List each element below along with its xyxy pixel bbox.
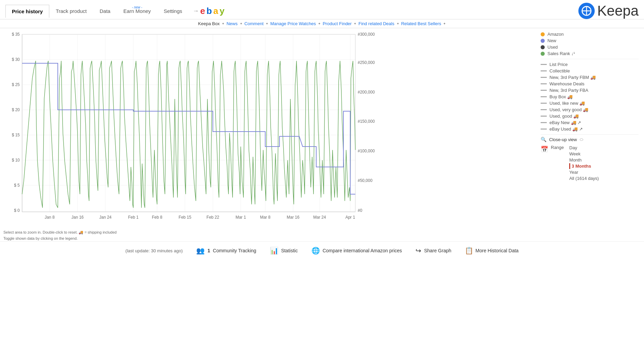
ebay-label: e bbox=[200, 6, 205, 16]
svg-text:Feb 22: Feb 22 bbox=[206, 215, 219, 220]
tab-price-history[interactable]: Price history bbox=[5, 5, 49, 18]
svg-text:Jan 8: Jan 8 bbox=[45, 215, 55, 220]
chart-hints: Select area to zoom in. Double-click to … bbox=[0, 228, 535, 241]
statistic-button[interactable]: 📊 Statistic bbox=[270, 247, 298, 255]
legend-used-very-good[interactable]: Used, very good 🚚 bbox=[541, 106, 639, 113]
calendar-icon: 📅 bbox=[541, 146, 548, 153]
svg-text:Mar 24: Mar 24 bbox=[313, 215, 326, 220]
new-3p-fba-line bbox=[541, 90, 547, 91]
svg-text:#150,000: #150,000 bbox=[358, 119, 375, 124]
buy-box-line bbox=[541, 96, 547, 97]
list-price-line bbox=[541, 64, 547, 65]
share-graph-button[interactable]: ↪ Share Graph bbox=[416, 247, 451, 255]
community-tracking[interactable]: 👥 1 Community Tracking bbox=[196, 247, 256, 255]
range-all[interactable]: All (1614 days) bbox=[569, 175, 599, 181]
historical-icon: 📋 bbox=[465, 247, 473, 255]
legend-buy-box[interactable]: Buy Box 🚚 bbox=[541, 94, 639, 100]
svg-text:#300,000: #300,000 bbox=[358, 32, 375, 37]
compare-prices-button[interactable]: 🌐 Compare international Amazon prices bbox=[311, 247, 402, 255]
new-badge: - new - bbox=[132, 5, 142, 9]
logo: Keepa bbox=[578, 3, 639, 19]
legend-used-label: Used bbox=[547, 45, 558, 50]
legend-amazon-label: Amazon bbox=[547, 32, 564, 37]
tab-earn-money[interactable]: - new - Earn Money bbox=[117, 4, 157, 18]
legend-list-price[interactable]: List Price bbox=[541, 61, 639, 68]
legend-used-like-new[interactable]: Used, like new 🚚 bbox=[541, 100, 639, 106]
range-month[interactable]: Month bbox=[569, 157, 599, 163]
ebay-used-line bbox=[541, 129, 547, 130]
nav-tabs: Price history Track product Data - new -… bbox=[5, 4, 224, 18]
legend-used-good-label: Used, good 🚚 bbox=[549, 114, 579, 119]
tab-data[interactable]: Data bbox=[93, 4, 117, 18]
keepa-logo-svg bbox=[581, 6, 592, 16]
legend-ebay-new[interactable]: eBay New 🚚 ↗ bbox=[541, 119, 639, 126]
legend-used-good[interactable]: Used, good 🚚 bbox=[541, 113, 639, 119]
legend-new[interactable]: New bbox=[541, 37, 639, 44]
legend-new-3p-fbm[interactable]: New, 3rd Party FBM 🚚 bbox=[541, 74, 639, 81]
svg-text:#0: #0 bbox=[358, 208, 362, 213]
range-year[interactable]: Year bbox=[569, 169, 599, 175]
collectible-line bbox=[541, 70, 547, 71]
search-icon: 🔍 bbox=[541, 137, 546, 142]
globe-icon: 🌐 bbox=[311, 247, 320, 255]
ebay-link[interactable]: → ebay bbox=[193, 6, 224, 16]
subnav-keepabox: Keepa Box bbox=[198, 21, 220, 26]
svg-text:Feb 15: Feb 15 bbox=[179, 215, 191, 220]
subnav-comment[interactable]: Comment bbox=[244, 21, 264, 26]
closeup-label[interactable]: Close-up view bbox=[549, 137, 577, 142]
range-week[interactable]: Week bbox=[569, 151, 599, 157]
subnav-manage-price-watches[interactable]: Manage Price Watches bbox=[270, 21, 316, 26]
legend-ebay-used[interactable]: eBay Used 🚚 ↗ bbox=[541, 126, 639, 132]
legend-list-price-label: List Price bbox=[549, 62, 567, 67]
legend-new-3p-fba[interactable]: New, 3rd Party FBA bbox=[541, 87, 639, 94]
legend-used[interactable]: Used bbox=[541, 44, 639, 50]
legend-amazon[interactable]: Amazon bbox=[541, 31, 639, 37]
community-icon: 👥 bbox=[196, 247, 205, 255]
range-day[interactable]: Day bbox=[569, 145, 599, 151]
subnav-related-best-sellers[interactable]: Related Best Sellers bbox=[401, 21, 441, 26]
chart-container: $ 35 $ 30 $ 25 $ 20 $ 15 $ 10 $ 5 $ 0 #3… bbox=[0, 28, 535, 241]
legend-divider-1 bbox=[541, 59, 639, 59]
used-good-line bbox=[541, 116, 547, 117]
statistic-icon: 📊 bbox=[270, 247, 278, 255]
legend-ebay-new-label: eBay New 🚚 ↗ bbox=[549, 120, 581, 125]
closeup-row: 🔍 Close-up view ⬭ bbox=[541, 137, 639, 142]
tab-track-product[interactable]: Track product bbox=[49, 4, 93, 18]
ebay-new-line bbox=[541, 122, 547, 123]
used-like-new-line bbox=[541, 103, 547, 104]
legend-warehouse-deals[interactable]: Warehouse Deals bbox=[541, 81, 639, 87]
svg-text:#250,000: #250,000 bbox=[358, 60, 375, 65]
svg-text:Mar 1: Mar 1 bbox=[236, 215, 246, 220]
subnav-find-related-deals[interactable]: Find related Deals bbox=[358, 21, 394, 26]
main-content: $ 35 $ 30 $ 25 $ 20 $ 15 $ 10 $ 5 $ 0 #3… bbox=[0, 28, 644, 241]
used-very-good-line bbox=[541, 109, 547, 110]
legend-ebay-used-label: eBay Used 🚚 ↗ bbox=[549, 126, 583, 132]
tab-settings[interactable]: Settings bbox=[157, 4, 189, 18]
svg-text:Apr 1: Apr 1 bbox=[345, 215, 355, 220]
closeup-toggle[interactable]: ⬭ bbox=[580, 137, 583, 142]
logo-icon bbox=[578, 3, 595, 19]
more-historical-data-button[interactable]: 📋 More Historical Data bbox=[465, 247, 519, 255]
price-chart[interactable]: $ 35 $ 30 $ 25 $ 20 $ 15 $ 10 $ 5 $ 0 #3… bbox=[3, 31, 377, 228]
footer-bar: (last update: 30 minutes ago) 👥 1 Commun… bbox=[0, 241, 644, 257]
svg-text:$ 0: $ 0 bbox=[14, 208, 20, 213]
ebay-a: a bbox=[213, 6, 218, 16]
sales-rank-color-dot bbox=[541, 52, 545, 56]
range-3months[interactable]: 3 Months bbox=[569, 163, 599, 169]
legend-section-main: Amazon New Used Sales Rank ↓¹ bbox=[541, 31, 639, 57]
svg-text:#50,000: #50,000 bbox=[358, 178, 373, 183]
ebay-b: b bbox=[206, 6, 212, 16]
svg-text:$ 30: $ 30 bbox=[12, 57, 20, 62]
subnav-news[interactable]: News bbox=[226, 21, 238, 26]
svg-text:Jan 16: Jan 16 bbox=[71, 215, 84, 220]
legend-divider-2 bbox=[541, 134, 639, 135]
svg-text:Feb 1: Feb 1 bbox=[128, 215, 139, 220]
subnav-product-finder[interactable]: Product Finder bbox=[323, 21, 352, 26]
amazon-color-dot bbox=[541, 32, 545, 36]
svg-text:Feb 8: Feb 8 bbox=[152, 215, 163, 220]
header: Price history Track product Data - new -… bbox=[0, 0, 644, 19]
legend-collectible[interactable]: Collectible bbox=[541, 68, 639, 74]
legend-sales-rank[interactable]: Sales Rank ↓¹ bbox=[541, 50, 639, 57]
legend-used-very-good-label: Used, very good 🚚 bbox=[549, 107, 588, 112]
chart-wrapper: $ 35 $ 30 $ 25 $ 20 $ 15 $ 10 $ 5 $ 0 #3… bbox=[3, 31, 535, 228]
